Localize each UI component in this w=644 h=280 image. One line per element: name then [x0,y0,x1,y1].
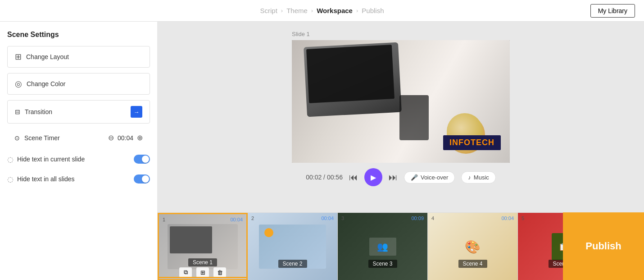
hide-eye-all-icon: ◌ [7,175,14,184]
nav-arrow-3: › [356,7,358,14]
scene-3-duration: 00:09 [411,216,424,221]
nav-step-theme[interactable]: Theme [286,7,308,14]
music-icon: ♪ [468,174,471,181]
hide-text-current-label: Hide text in current slide [17,156,85,163]
slide-preview: INFOTECH [292,40,510,163]
scene-3-label: Scene 3 [368,260,397,268]
music-label: Music [474,174,489,181]
time-display: 00:02 / 00:56 [306,174,343,181]
main-area: Scene Settings ⊞ Change Layout ◎ Change … [0,22,644,280]
scene-5-number: 5 [522,216,524,221]
scene-1-grid-button[interactable]: ⊞ [196,267,209,277]
scene-1-copy-button[interactable]: ⧉ [179,267,192,277]
hide-text-current-toggle[interactable] [134,155,150,164]
scene-4-number: 4 [431,216,434,221]
scene-1-number: 1 [163,217,165,222]
nav-steps: Script › Theme › Workspace › Publish [260,7,384,14]
hide-text-current-left: ◌ Hide text in current slide [7,155,85,164]
scene-1-delete-button[interactable]: 🗑 [213,267,226,277]
scene-3-thumb: 👥 [338,213,427,280]
nav-step-workspace[interactable]: Workspace [317,7,353,14]
workspace-bottom: 1 00:04 Scene 1 ⧉ ⊞ 🗑 [158,212,644,280]
my-library-button[interactable]: My Library [590,4,635,18]
transition-left: ⊟ Transition [15,108,52,115]
scene-1-actions: ⧉ ⊞ 🗑 [179,267,226,277]
scene-item-3[interactable]: 3 00:09 👥 Scene 3 [338,213,428,280]
scene-timer-row: ⊙ Scene Timer ⊖ 00:04 ⊕ [7,129,150,147]
timer-left: ⊙ Scene Timer [14,134,60,142]
voice-over-label: Voice-over [421,174,448,181]
change-layout-button[interactable]: ⊞ Change Layout [7,46,150,68]
hide-text-all-row: ◌ Hide text in all slides [7,172,150,186]
transition-right: → [131,106,142,118]
music-button[interactable]: ♪ Music [461,171,495,184]
scene-item-2[interactable]: 2 00:04 Scene 2 [248,213,338,280]
scene-4-label: Scene 4 [458,260,487,268]
nav-step-publish[interactable]: Publish [362,7,384,14]
voice-over-button[interactable]: 🎤 Voice-over [404,171,455,184]
scene-item-4[interactable]: 4 00:04 🎨 Scene 4 [428,213,518,280]
scene-item-5[interactable]: 5 00:04 📋 Scene 5 [518,213,563,280]
transition-icon: ⊟ [15,108,20,115]
scene-timer-label: Scene Timer [24,134,60,142]
transition-row[interactable]: ⊟ Transition → [7,100,150,124]
workspace-canvas: Slide 1 INFOTECH 00:02 / 00:56 ⏮ ▶ ⏭ [158,22,644,212]
hide-text-current-row: ◌ Hide text in current slide [7,152,150,166]
skip-forward-button[interactable]: ⏭ [389,172,398,183]
publish-panel[interactable]: Publish [563,212,644,280]
scene-2-number: 2 [251,216,254,221]
hide-text-all-label: Hide text in all slides [17,175,75,183]
change-color-label: Change Color [27,80,65,87]
hide-eye-current-icon: ◌ [7,155,14,164]
scene-1-label: Scene 1 [188,258,217,266]
publish-label: Publish [585,240,621,252]
timer-controls: ⊖ 00:04 ⊕ [108,133,143,142]
layout-icon: ⊞ [15,52,22,62]
hide-text-all-left: ◌ Hide text in all slides [7,175,75,184]
transition-label: Transition [25,108,52,115]
color-wheel-icon: ◎ [15,79,22,89]
timer-decrease-button[interactable]: ⊖ [108,133,114,142]
nav-step-script[interactable]: Script [260,7,277,14]
change-color-button[interactable]: ◎ Change Color [7,73,150,95]
timer-value: 00:04 [118,134,133,142]
nav-arrow-2: › [311,7,313,14]
scene-4-thumb: 🎨 [428,213,517,280]
hide-text-all-toggle[interactable] [134,174,150,184]
scene-1-duration: 00:04 [230,217,243,222]
scene-5-thumb: 📋 [518,213,563,280]
sidebar-title: Scene Settings [7,31,150,39]
slide-label: Slide 1 [292,31,310,37]
skip-back-button[interactable]: ⏮ [349,172,358,183]
change-layout-label: Change Layout [26,53,69,60]
scene-item-1[interactable]: 1 00:04 Scene 1 ⧉ ⊞ 🗑 [158,213,248,280]
scene-2-label: Scene 2 [278,260,307,268]
scene-2-duration: 00:04 [321,216,334,221]
slide-brand-tag: INFOTECH [443,135,501,150]
scene-3-number: 3 [341,216,344,221]
slide-controls: 00:02 / 00:56 ⏮ ▶ ⏭ 🎤 Voice-over ♪ Music [306,168,496,186]
left-sidebar: Scene Settings ⊞ Change Layout ◎ Change … [0,22,158,280]
top-navigation: Script › Theme › Workspace › Publish My … [0,0,644,22]
scene-4-duration: 00:04 [501,216,514,221]
transition-arrow-button[interactable]: → [131,106,142,118]
filmstrip: 1 00:04 Scene 1 ⧉ ⊞ 🗑 [158,212,563,280]
play-button[interactable]: ▶ [364,168,382,186]
timer-increase-button[interactable]: ⊕ [137,133,143,142]
mic-icon: 🎤 [411,174,418,181]
timer-icon: ⊙ [14,134,20,142]
scene-5-label: Scene 5 [548,260,563,268]
scene-2-thumb [248,213,337,280]
nav-arrow-1: › [281,7,283,14]
